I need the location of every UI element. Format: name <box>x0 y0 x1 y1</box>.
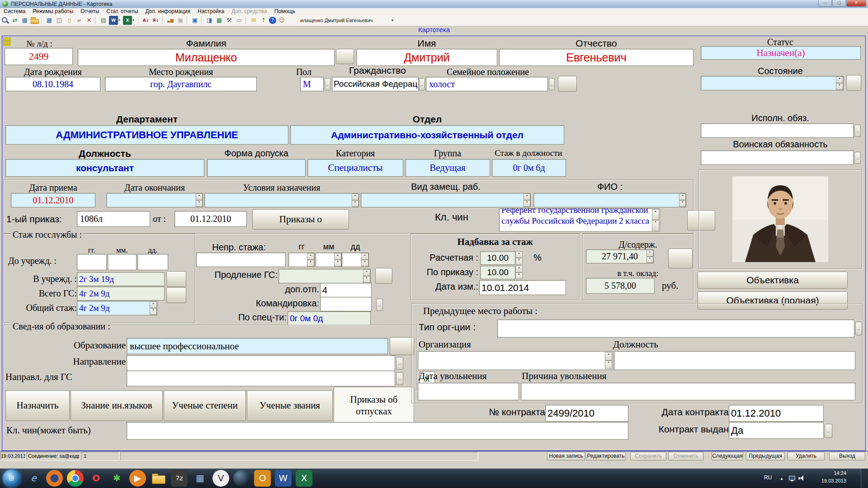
excel-icon[interactable]: X <box>296 470 312 487</box>
spinner-up-icon[interactable]: ▲ <box>515 266 523 272</box>
patronymic-field[interactable]: Евгеньевич <box>499 49 693 66</box>
spinner-up-icon[interactable]: ▲ <box>307 253 314 260</box>
class-rank-field[interactable]: Референт государственной гражданской слу… <box>499 208 660 232</box>
department-field[interactable]: АДМИНИСТРАТИВНОЕ УПРАВЛЕНИЕ <box>5 125 288 145</box>
report-icon[interactable]: ◨ <box>205 16 214 25</box>
organization-field[interactable] <box>418 351 613 370</box>
spinner-down-icon[interactable]: ▼ <box>524 200 530 207</box>
military-field[interactable] <box>701 150 854 165</box>
sex-field[interactable]: М <box>300 77 324 91</box>
tab-titles[interactable]: Ученые звания <box>247 390 333 421</box>
organization-spinner[interactable]: ▲▼ <box>605 352 612 369</box>
clearance-field[interactable] <box>207 159 306 177</box>
class-rank-maybe-field[interactable] <box>127 422 628 440</box>
menu-item-2[interactable]: Режимы работы <box>29 8 77 15</box>
service-button-2[interactable] <box>166 287 186 303</box>
substitution-field[interactable] <box>361 193 531 207</box>
fio-field[interactable] <box>533 193 686 207</box>
language-indicator[interactable]: RU <box>764 474 776 483</box>
salary-allowance-spinner[interactable]: ▲▼ <box>646 250 653 263</box>
org-type-field[interactable] <box>497 319 854 338</box>
close-button[interactable]: ✕ <box>846 0 866 7</box>
spinner-up-icon[interactable]: ▲ <box>605 352 612 361</box>
spinner-up-icon[interactable]: ▲ <box>334 253 341 260</box>
surname-field[interactable]: Милащенко <box>78 49 335 66</box>
person-icon[interactable]: ☺ <box>277 16 286 25</box>
salary-allowance-button[interactable] <box>668 249 693 268</box>
post-field[interactable]: консультант <box>5 159 204 177</box>
open-folder-icon[interactable] <box>30 16 39 25</box>
status-field[interactable]: Назначен(а) <box>701 46 861 60</box>
clock-time[interactable]: 14:24 <box>809 470 846 478</box>
globe-app-icon[interactable] <box>233 470 250 487</box>
spinner-up-icon[interactable]: ▲ <box>515 251 523 258</box>
specialty-field[interactable]: 0г 0м 0д <box>288 311 371 326</box>
show-desktop-button[interactable] <box>861 469 868 488</box>
spinner-down-icon[interactable]: ▼ <box>679 200 686 207</box>
contract-issued-field[interactable]: Да <box>729 422 824 439</box>
employee-selector-combo[interactable]: илащенко Дмитрий Евгеньевич <box>300 16 389 24</box>
delete-record-icon[interactable]: ✕ <box>85 16 94 25</box>
service-total-gs-field[interactable]: 4г 2м 9д <box>77 286 165 300</box>
sort-asc-icon[interactable]: А↓ <box>142 16 151 25</box>
new-record-button[interactable]: Новая запись <box>547 452 585 460</box>
v-app-icon[interactable]: V <box>212 470 229 487</box>
menu-item-1[interactable]: Система <box>0 8 29 15</box>
menu-item-5[interactable]: Доп. информация <box>142 8 194 15</box>
service-before-days-field[interactable] <box>137 254 168 270</box>
birth-place-field[interactable]: гор. Даугавпилс <box>105 77 257 91</box>
terms-field[interactable] <box>204 193 359 207</box>
spinner-up-icon[interactable]: ▲ <box>836 76 843 83</box>
spinner-up-icon[interactable]: ▲ <box>363 269 370 276</box>
edit-disabled-icon[interactable]: ▰ <box>75 16 84 25</box>
tenure-field[interactable]: 0г 0м 6д <box>492 159 566 177</box>
direction-field[interactable] <box>127 355 395 371</box>
outlook-icon[interactable]: O <box>254 470 271 487</box>
start-button[interactable]: ⊞ <box>3 469 20 487</box>
spinner-down-icon[interactable]: ▼ <box>652 220 659 231</box>
class-rank-spinner[interactable]: ▲▼ <box>652 209 659 231</box>
citizenship-field[interactable]: Российская Федерац <box>332 77 419 91</box>
direction-browse-button[interactable]: .. <box>396 357 403 370</box>
direction-gs-browse-button[interactable]: .. <box>396 372 403 385</box>
marital-browse-button[interactable]: .. <box>549 78 555 90</box>
direction-gs-field[interactable] <box>127 371 395 386</box>
spinner-up-icon[interactable]: ▲ <box>150 301 157 308</box>
green-app-icon[interactable]: ✱ <box>108 470 125 487</box>
menu-item-8[interactable]: Помощь <box>271 8 299 15</box>
employee-selector-dropdown-icon[interactable]: ▾ <box>390 16 395 24</box>
help-icon[interactable]: ? <box>269 17 276 24</box>
substitution-spinner[interactable]: ▲▼ <box>524 193 530 207</box>
delete-button[interactable]: Удалить <box>788 452 825 460</box>
opera-icon[interactable]: O <box>88 470 104 487</box>
service-button-1[interactable] <box>166 271 186 287</box>
window-icon[interactable]: ▭ <box>235 16 244 25</box>
org-type-browse-button[interactable]: .. <box>855 322 862 335</box>
firefox-icon[interactable] <box>46 470 63 487</box>
spinner-down-icon[interactable]: ▼ <box>646 257 653 263</box>
spinner-up-icon[interactable]: ▲ <box>679 193 686 200</box>
word-icon[interactable]: W <box>275 470 292 487</box>
marital-extra-button[interactable] <box>558 76 577 92</box>
continuous-days-spinner[interactable]: ▲▼ <box>361 253 368 267</box>
tab-degrees[interactable]: Ученые степени <box>164 390 246 421</box>
bonus-calculated-field[interactable]: 10.00 <box>480 251 515 265</box>
surname-lookup-button[interactable] <box>336 49 354 64</box>
category-field[interactable]: Специалисты <box>307 159 403 177</box>
extension-spinner[interactable]: ▲▼ <box>363 269 370 283</box>
end-date-field[interactable] <box>106 193 203 207</box>
spinner-up-icon[interactable]: ▲ <box>652 209 659 220</box>
service-in-office-field[interactable]: 2г 3м 19д <box>77 272 165 286</box>
7zip-icon[interactable]: 7z <box>171 470 188 487</box>
acting-field[interactable] <box>701 123 854 138</box>
state-spinner[interactable]: ▲▼ <box>836 76 843 90</box>
menu-item-7[interactable]: Доп. средства <box>228 8 271 15</box>
bonus-by-order-spinner[interactable]: ▲▼ <box>515 266 523 279</box>
menu-item-3[interactable]: Отчеты <box>77 8 103 15</box>
save-button[interactable]: Сохранить <box>630 452 666 460</box>
export-word-icon[interactable]: W <box>109 16 118 25</box>
search-icon[interactable] <box>0 16 9 25</box>
spinner-up-icon[interactable]: ▲ <box>196 193 203 200</box>
service-before-years-field[interactable] <box>77 254 107 270</box>
military-browse-button[interactable]: .. <box>854 152 861 164</box>
